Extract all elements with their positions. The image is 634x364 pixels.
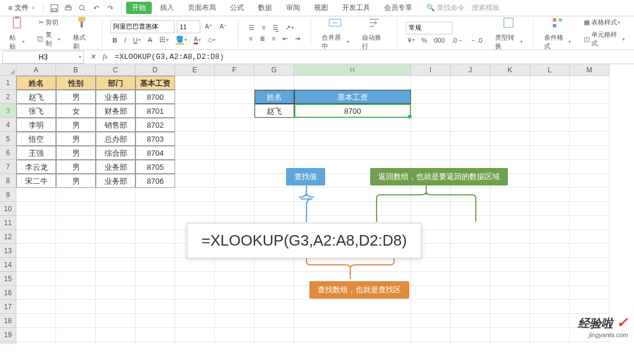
cell[interactable] [96,328,135,342]
cell[interactable] [175,174,215,188]
cell[interactable] [451,132,490,146]
align-bottom-button[interactable]: ☰̲ [270,23,281,33]
align-top-button[interactable]: ☰̄ [246,23,257,33]
cell[interactable] [570,174,609,188]
cell[interactable]: 业务部 [96,174,135,188]
cell[interactable] [135,328,175,342]
cell[interactable] [570,202,609,216]
cell[interactable] [96,314,135,328]
wrap-label[interactable]: 自动换行 [360,32,389,52]
cell[interactable] [56,300,96,314]
tab-start[interactable]: 开始 [126,2,152,14]
comma-button[interactable]: 000 [431,36,447,45]
search-hint[interactable]: 🔍 查找命令、搜索模板 [426,3,500,13]
cell[interactable]: 王强 [16,146,56,160]
cell[interactable] [570,244,609,258]
cell[interactable] [490,286,530,300]
align-right-button[interactable]: ≡ [270,34,278,43]
cell[interactable] [215,314,255,328]
number-format-select[interactable] [406,22,452,34]
tab-data[interactable]: 数据 [252,2,278,14]
cell-style-button[interactable]: ◫ 单元格样式▾ [581,29,627,49]
format-painter-button[interactable] [72,15,91,31]
cell[interactable] [96,300,135,314]
wrap-button[interactable] [365,15,384,31]
cell[interactable] [411,132,451,146]
col-header-G[interactable]: G [255,64,294,76]
cell[interactable] [255,272,294,286]
merge-button[interactable] [326,15,344,31]
cell[interactable] [255,118,294,132]
cell[interactable] [175,188,215,202]
file-menu[interactable]: ≡ 文件 ∨ [5,2,39,14]
cell[interactable] [215,328,255,342]
cell[interactable] [255,132,294,146]
cell[interactable] [570,188,609,202]
cell[interactable] [215,342,255,344]
cell[interactable] [530,216,570,230]
cell[interactable] [135,244,175,258]
row-header-8[interactable]: 8 [0,174,16,188]
row-header-1[interactable]: 1 [0,76,16,90]
cell[interactable] [56,202,96,216]
cell[interactable] [570,230,609,244]
col-header-I[interactable]: I [411,64,451,76]
cell[interactable] [56,188,96,202]
cell[interactable] [570,132,609,146]
cell[interactable] [56,342,96,344]
cell[interactable]: 男 [56,174,96,188]
strike-button[interactable]: A̶ [145,35,155,45]
cell[interactable] [56,216,96,230]
cell[interactable] [135,188,175,202]
cell[interactable]: 8700 [294,104,411,118]
cell[interactable] [451,104,490,118]
cell[interactable] [451,342,490,344]
row-header-17[interactable]: 17 [0,300,16,314]
cell[interactable] [135,314,175,328]
preview-icon[interactable] [76,2,88,14]
cell[interactable] [570,90,609,104]
cell[interactable] [175,160,215,174]
cell[interactable]: 赵飞 [16,90,56,104]
cell[interactable] [411,104,451,118]
cell[interactable] [451,286,490,300]
cell[interactable]: 业务部 [96,90,135,104]
undo-icon[interactable]: ↶ [90,2,102,14]
row-header-6[interactable]: 6 [0,146,16,160]
tab-view[interactable]: 视图 [308,2,334,14]
cell[interactable] [490,188,530,202]
col-header-J[interactable]: J [451,64,490,76]
cell[interactable] [215,132,255,146]
cell[interactable] [490,76,530,90]
cell[interactable] [294,76,411,90]
cell[interactable] [570,216,609,230]
font-size-select[interactable] [177,20,200,33]
type-convert-label[interactable]: 类型转换▾ [493,32,525,52]
cell[interactable] [175,202,215,216]
table-style-button[interactable]: ▦ 表格样式▾ [581,17,622,28]
fx-button[interactable]: fx [99,52,112,61]
col-header-L[interactable]: L [530,64,570,76]
cell[interactable] [215,76,255,90]
cell[interactable] [570,160,609,174]
cell[interactable] [570,272,609,286]
row-headers[interactable]: 12345678910111213141516171819202122 [0,76,16,344]
row-header-9[interactable]: 9 [0,188,16,202]
cell[interactable] [530,272,570,286]
cell[interactable]: 综合部 [96,146,135,160]
cell[interactable] [530,90,570,104]
cell[interactable] [530,258,570,272]
cell[interactable] [451,300,490,314]
clear-format-button[interactable]: ◇▾ [205,35,218,45]
cell[interactable] [530,300,570,314]
cancel-button[interactable]: ✕ [86,52,99,61]
cell[interactable] [175,328,215,342]
cell[interactable] [570,76,609,90]
cell[interactable] [294,146,411,160]
cell[interactable] [175,272,215,286]
cell[interactable] [294,300,411,314]
cell[interactable] [96,244,135,258]
cell[interactable] [530,202,570,216]
col-header-H[interactable]: H [294,64,411,76]
cell[interactable]: 李明 [16,118,56,132]
